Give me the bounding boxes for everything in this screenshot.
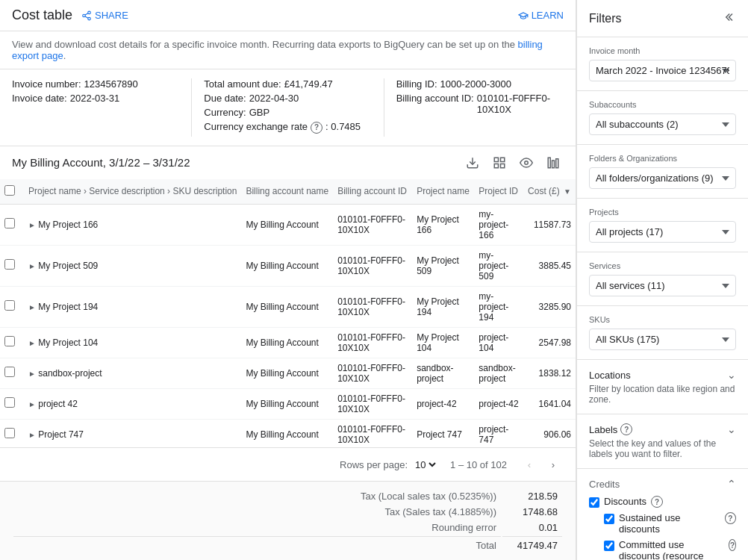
totals-row: Total 41749.47 [13,536,562,553]
row-billing-id: 010101-F0FFF0-10X10X [333,204,412,245]
exchange-help-icon[interactable]: ? [311,122,322,134]
row-checkbox-3[interactable] [4,336,15,346]
folders-select[interactable]: All folders/organizations (9) [589,167,736,189]
labels-filter: Labels ? ⌄ Select the key and values of … [577,414,748,469]
expand-row-2-button[interactable]: ► [28,303,36,311]
due-date-value: 2022-04-30 [249,93,299,104]
total-amount-value: £41,749.47 [284,78,333,90]
totals-table: Tax (Local sales tax (0.5235%)) 218.59 T… [12,488,564,554]
billing-id-label: Billing ID: [396,78,437,90]
totals-row: Tax (Sales tax (4.1885%)) 1748.68 [13,505,562,519]
expand-row-5-button[interactable]: ► [28,400,36,408]
row-cost: 1641.04 [523,388,576,419]
row-billing-name: My Billing Account [241,388,333,419]
row-project-name: project-42 [412,388,474,419]
total-value: 1748.68 [502,505,562,519]
prev-page-button[interactable]: ‹ [519,454,540,475]
locations-collapsible-header[interactable]: Locations ⌄ [589,369,736,381]
skus-label: SKUs [589,315,736,324]
next-page-button[interactable]: › [543,454,564,475]
row-checkbox-1[interactable] [4,259,15,270]
collapse-filters-button[interactable] [720,9,736,28]
currency-label: Currency: [204,107,246,118]
discounts-checkbox[interactable] [589,497,599,508]
svg-point-10 [525,161,529,164]
share-button[interactable]: SHARE [81,10,128,21]
share-label: SHARE [95,10,128,21]
learn-button[interactable]: LEARN [518,10,564,21]
locations-chevron-icon: ⌄ [727,369,736,381]
rows-per-page-label: Rows per page: [340,459,408,470]
row-checkbox-4[interactable] [4,367,15,377]
row-billing-id: 010101-F0FFF0-10X10X [333,286,412,327]
table-row: ► My Project 509 My Billing Account 0101… [0,245,576,286]
column-settings-button[interactable] [489,152,510,173]
currency-value: GBP [249,107,269,118]
row-billing-name: My Billing Account [241,204,333,245]
projects-select[interactable]: All projects (17) [589,221,736,243]
expand-row-4-button[interactable]: ► [28,370,36,378]
labels-chevron-icon: ⌄ [727,423,736,435]
row-billing-id: 010101-F0FFF0-10X10X [333,245,412,286]
row-billing-id: 010101-F0FFF0-10X10X [333,419,412,447]
visibility-button[interactable] [516,152,537,173]
services-filter: Services All services (11) [577,252,748,306]
svg-line-3 [85,16,88,17]
skus-select[interactable]: All SKUs (175) [589,329,736,350]
row-project-id: project-42 [474,388,523,419]
row-project-desc: ► My Project 194 [24,286,241,327]
total-value: 218.59 [502,489,562,503]
row-cost: 1838.12 [523,358,576,388]
row-project-name: My Project 166 [412,204,474,245]
row-checkbox-6[interactable] [4,428,15,438]
billing-id-value: 1000-2000-3000 [440,78,511,90]
labels-help-icon[interactable]: ? [620,423,632,435]
svg-point-1 [83,14,86,17]
sustained-use-help-icon[interactable]: ? [725,512,736,524]
expand-row-1-button[interactable]: ► [28,262,36,270]
total-label: Tax (Sales tax (4.1885%)) [13,505,501,519]
totals-row: Rounding error 0.01 [13,520,562,535]
committed-use-help-icon[interactable]: ? [729,539,736,551]
sustained-use-checkbox[interactable] [604,514,614,524]
discounts-label: Discounts [604,496,646,507]
expand-row-6-button[interactable]: ► [28,431,36,439]
committed-use-checkbox[interactable] [604,541,614,551]
filters-panel: Filters Invoice month March 2022 - Invoi… [576,0,748,560]
row-project-name: Project 747 [412,419,474,447]
download-button[interactable] [462,152,483,173]
row-checkbox-0[interactable] [4,218,15,228]
row-project-desc: ► My Project 166 [24,204,241,245]
row-billing-id: 010101-F0FFF0-10X10X [333,388,412,419]
row-billing-name: My Billing Account [241,358,333,388]
col-cost[interactable]: Cost (£) ▼ [523,179,576,205]
totals-row: Tax (Local sales tax (0.5235%)) 218.59 [13,489,562,503]
row-project-name: My Project 509 [412,245,474,286]
rows-per-page-select[interactable]: 10 25 50 [412,458,438,471]
row-project-desc: ► My Project 104 [24,327,241,358]
row-checkbox-2[interactable] [4,300,15,311]
subaccounts-select[interactable]: All subaccounts (2) [589,113,736,135]
row-project-name: sandbox-project [412,358,474,388]
expand-row-0-button[interactable]: ► [28,221,36,229]
row-project-name: My Project 104 [412,327,474,358]
sustained-use-label: Sustained use discounts [619,512,720,535]
row-billing-id: 010101-F0FFF0-10X10X [333,358,412,388]
chart-button[interactable] [543,152,564,173]
billing-account-id-value: 010101-F0FFF0-10X10X [477,93,564,115]
total-amount-label: Total amount due: [204,78,281,90]
row-project-id: my-project-509 [474,245,523,286]
table-row: ► project 42 My Billing Account 010101-F… [0,388,576,419]
expand-row-3-button[interactable]: ► [28,339,36,347]
row-project-id: my-project-194 [474,286,523,327]
services-select[interactable]: All services (11) [589,275,736,296]
row-checkbox-5[interactable] [4,397,15,408]
invoice-month-select[interactable]: March 2022 - Invoice 1234567890 [589,60,736,81]
select-all-checkbox[interactable] [4,185,15,196]
folders-filter: Folders & Organizations All folders/orga… [577,145,748,199]
row-cost: 3885.45 [523,245,576,286]
discounts-help-icon[interactable]: ? [651,496,663,508]
col-billing-account-name: Billing account name [241,179,333,205]
row-billing-name: My Billing Account [241,419,333,447]
labels-collapsible-header[interactable]: Labels ? ⌄ [589,423,736,435]
